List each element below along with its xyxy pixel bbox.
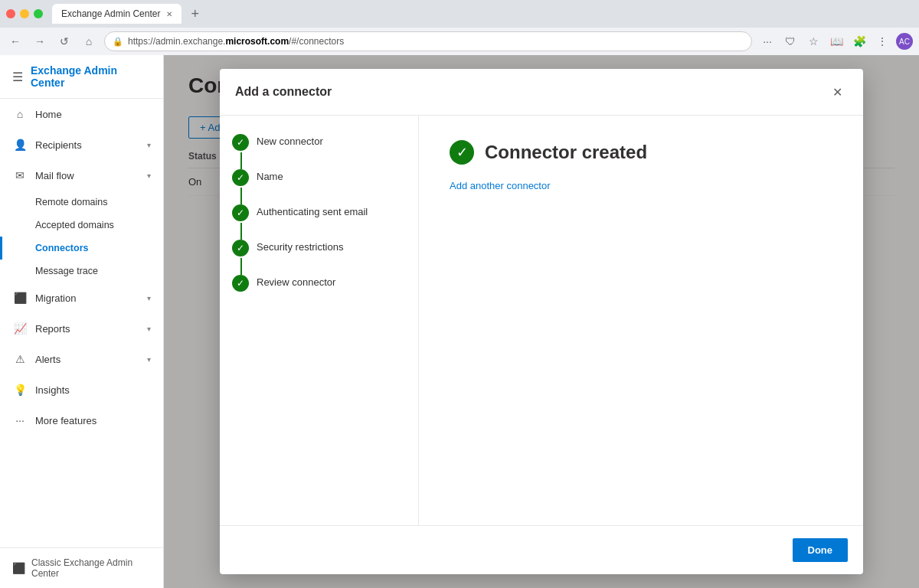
modal-body: ✓ New connector ✓ Name ✓ Authenticating … — [220, 116, 863, 525]
bookmarks-icon[interactable]: 📖 — [827, 32, 845, 51]
add-another-connector-link[interactable]: Add another connector — [450, 180, 832, 191]
home-button[interactable]: ⌂ — [80, 32, 98, 51]
step-label: New connector — [257, 134, 323, 147]
sidebar-item-recipients[interactable]: 👤 Recipients ▾ — [0, 129, 163, 160]
alerts-chevron-icon: ▾ — [147, 355, 151, 364]
step-check-icon: ✓ — [232, 169, 249, 186]
step-label: Authenticating sent email — [257, 204, 368, 217]
success-icon: ✓ — [450, 140, 474, 165]
dot-yellow[interactable] — [20, 9, 29, 18]
more-actions-button[interactable]: ··· — [758, 32, 777, 51]
modal-header: Add a connector ✕ — [220, 69, 863, 116]
app-title: Exchange Admin Center — [31, 64, 151, 89]
sidebar-item-migration[interactable]: ⬛ Migration ▾ — [0, 283, 163, 313]
sidebar-footer: ⬛ Classic Exchange Admin Center — [0, 547, 163, 588]
sidebar-item-more-features[interactable]: ··· More features — [0, 405, 163, 436]
browser-nav-bar: ← → ↺ ⌂ 🔒 https://admin.exchange.microso… — [0, 28, 919, 55]
result-panel: ✓ Connector created Add another connecto… — [419, 116, 863, 525]
sidebar-item-mail-flow[interactable]: ✉ Mail flow ▾ — [0, 160, 163, 191]
step-check-icon: ✓ — [232, 204, 249, 221]
insights-icon: 💡 — [12, 382, 28, 397]
step-connector — [240, 188, 242, 204]
result-spacer — [450, 191, 832, 501]
tab-close-icon[interactable]: ✕ — [166, 10, 172, 18]
user-avatar-browser[interactable]: AC — [896, 33, 913, 50]
step-connector — [240, 223, 242, 240]
back-button[interactable]: ← — [6, 32, 25, 51]
alerts-icon: ⚠ — [12, 351, 28, 367]
user-initials: AC — [899, 38, 910, 46]
steps-panel: ✓ New connector ✓ Name ✓ Authenticating … — [220, 116, 419, 525]
add-connector-modal: Add a connector ✕ ✓ New connector ✓ Name — [220, 69, 863, 574]
result-title: Connector created — [485, 142, 647, 163]
browser-tab[interactable]: Exchange Admin Center ✕ — [52, 4, 182, 24]
step-item-auth: ✓ Authenticating sent email — [232, 204, 406, 240]
new-tab-button[interactable]: + — [188, 6, 202, 22]
modal-close-button[interactable]: ✕ — [826, 81, 848, 103]
reports-icon: 📈 — [12, 321, 28, 336]
step-check-icon: ✓ — [232, 134, 249, 151]
mail-flow-icon: ✉ — [12, 168, 28, 183]
step-label: Security restrictions — [257, 240, 343, 253]
recipients-icon: 👤 — [12, 137, 28, 152]
extensions-icon[interactable]: 🧩 — [850, 32, 868, 51]
done-button[interactable]: Done — [793, 538, 849, 562]
browser-chrome: Exchange Admin Center ✕ + ← → ↺ ⌂ 🔒 http… — [0, 0, 919, 55]
nav-items: ⌂ Home 👤 Recipients ▾ ✉ Mail flow ▾ Remo… — [0, 99, 163, 547]
tab-title: Exchange Admin Center — [61, 8, 160, 19]
step-label: Review connector — [257, 275, 335, 288]
dot-green[interactable] — [34, 9, 43, 18]
step-item-security: ✓ Security restrictions — [232, 240, 406, 275]
step-connector — [240, 258, 242, 275]
refresh-button[interactable]: ↺ — [55, 32, 74, 51]
dot-red[interactable] — [6, 9, 15, 18]
step-item-name: ✓ Name — [232, 169, 406, 204]
modal-footer: Done — [220, 525, 863, 574]
classic-exchange-link[interactable]: ⬛ Classic Exchange Admin Center — [12, 557, 151, 579]
sidebar: ☰ Exchange Admin Center ⌂ Home 👤 Recipie… — [0, 55, 164, 588]
step-connector — [240, 152, 242, 169]
modal-title: Add a connector — [235, 85, 332, 99]
step-check-icon: ✓ — [232, 275, 249, 292]
migration-chevron-icon: ▾ — [147, 294, 151, 302]
recipients-chevron-icon: ▾ — [147, 141, 151, 149]
hamburger-icon[interactable]: ☰ — [12, 70, 23, 84]
sidebar-item-accepted-domains[interactable]: Accepted domains — [0, 214, 163, 237]
migration-icon: ⬛ — [12, 290, 28, 305]
browser-title-bar: Exchange Admin Center ✕ + — [0, 0, 919, 28]
step-check-icon: ✓ — [232, 240, 249, 256]
url-display: https://admin.exchange.microsoft.com/#/c… — [128, 36, 344, 47]
sidebar-item-insights[interactable]: 💡 Insights — [0, 374, 163, 405]
reports-chevron-icon: ▾ — [147, 325, 151, 333]
settings-icon[interactable]: ⋮ — [873, 32, 891, 51]
mail-flow-chevron-icon: ▾ — [147, 172, 151, 180]
favorites-icon[interactable]: ☆ — [804, 32, 823, 51]
main-content: Connectors + Add a connector Status On A… — [164, 55, 919, 588]
sidebar-item-message-trace[interactable]: Message trace — [0, 260, 163, 283]
security-icon: 🔒 — [113, 37, 123, 47]
sidebar-item-remote-domains[interactable]: Remote domains — [0, 191, 163, 214]
step-item-review: ✓ Review connector — [232, 275, 406, 292]
step-item-new-connector: ✓ New connector — [232, 134, 406, 169]
address-bar[interactable]: 🔒 https://admin.exchange.microsoft.com/#… — [104, 31, 752, 51]
sidebar-item-alerts[interactable]: ⚠ Alerts ▾ — [0, 344, 163, 374]
sidebar-header: ☰ Exchange Admin Center — [0, 55, 163, 99]
app-container: ☰ Exchange Admin Center ⌂ Home 👤 Recipie… — [0, 55, 919, 588]
browser-dots — [6, 9, 43, 18]
browser-actions: ··· 🛡 ☆ 📖 🧩 ⋮ AC — [758, 32, 913, 51]
shield-icon[interactable]: 🛡 — [781, 32, 800, 51]
classic-icon: ⬛ — [12, 562, 25, 574]
step-label: Name — [257, 169, 283, 182]
sidebar-item-home[interactable]: ⌂ Home — [0, 99, 163, 129]
result-header: ✓ Connector created — [450, 140, 832, 165]
more-features-icon: ··· — [12, 413, 28, 428]
home-icon: ⌂ — [12, 106, 28, 122]
forward-button[interactable]: → — [31, 32, 49, 51]
sidebar-item-connectors[interactable]: Connectors — [0, 237, 163, 260]
sidebar-item-reports[interactable]: 📈 Reports ▾ — [0, 313, 163, 344]
